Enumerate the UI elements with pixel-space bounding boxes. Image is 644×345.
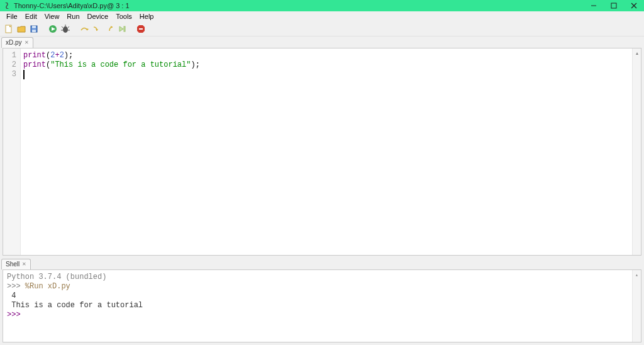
code-token: ( bbox=[46, 60, 50, 70]
shell-prompt: >>> bbox=[7, 310, 25, 319]
editor-tab[interactable]: xD.py ✕ bbox=[1, 37, 33, 48]
shell-tab-strip: Shell ✕ bbox=[0, 258, 644, 269]
menu-edit[interactable]: Edit bbox=[21, 12, 41, 21]
svg-line-11 bbox=[62, 26, 63, 28]
toolbar bbox=[0, 21, 644, 37]
shell-line: >>> %Run xD.py bbox=[7, 282, 628, 291]
shell-line: This is a code for a tutorial bbox=[7, 301, 628, 310]
code-token: ) bbox=[64, 51, 69, 60]
code-line: print(2+2); bbox=[23, 51, 630, 60]
menu-tools[interactable]: Tools bbox=[112, 12, 136, 21]
open-file-icon[interactable] bbox=[16, 24, 26, 34]
resume-icon[interactable] bbox=[117, 24, 127, 34]
step-over-icon[interactable] bbox=[79, 24, 89, 34]
menu-view[interactable]: View bbox=[41, 12, 64, 21]
code-token: ; bbox=[69, 51, 73, 60]
debug-icon[interactable] bbox=[60, 24, 70, 34]
svg-rect-1 bbox=[611, 3, 616, 8]
run-icon[interactable] bbox=[48, 24, 58, 34]
svg-rect-17 bbox=[139, 28, 143, 30]
svg-rect-15 bbox=[124, 26, 125, 31]
menu-help[interactable]: Help bbox=[136, 12, 158, 21]
editor-tab-strip: xD.py ✕ bbox=[0, 37, 644, 48]
line-number: 3 bbox=[3, 70, 20, 79]
titlebar: Thonny - C:\Users\Aditya\xD.py @ 3 : 1 bbox=[0, 0, 644, 11]
shell-banner: Python 3.7.4 (bundled) bbox=[7, 273, 106, 281]
shell-tab[interactable]: Shell ✕ bbox=[1, 259, 31, 269]
minimize-button[interactable] bbox=[584, 0, 604, 11]
shell-scrollbar[interactable]: ▴ bbox=[632, 270, 641, 342]
shell-output-area[interactable]: Python 3.7.4 (bundled)>>> %Run xD.py 4 T… bbox=[3, 270, 632, 342]
code-token: ) bbox=[191, 60, 195, 70]
code-line bbox=[23, 70, 630, 79]
text-cursor bbox=[23, 70, 25, 79]
code-token: ( bbox=[46, 51, 50, 60]
shell-output-line: 4 bbox=[7, 291, 16, 300]
shell-line: >>> bbox=[7, 310, 628, 320]
maximize-button[interactable] bbox=[604, 0, 624, 11]
code-token: 2 bbox=[50, 51, 55, 60]
code-token: "This is a code for a tutorial" bbox=[50, 60, 191, 70]
chevron-up-icon[interactable]: ▴ bbox=[633, 48, 641, 57]
code-token: ; bbox=[196, 60, 200, 70]
shell-panel[interactable]: Python 3.7.4 (bundled)>>> %Run xD.py 4 T… bbox=[3, 269, 641, 342]
close-icon[interactable]: ✕ bbox=[25, 38, 29, 47]
code-editor[interactable]: 123 print(2+2);print("This is a code for… bbox=[3, 48, 641, 256]
title-app-name: Thonny bbox=[14, 2, 37, 9]
svg-rect-7 bbox=[32, 30, 36, 32]
editor-scrollbar[interactable]: ▴ bbox=[632, 48, 641, 255]
code-token: 2 bbox=[60, 51, 64, 60]
save-icon[interactable] bbox=[29, 24, 39, 34]
shell-run-command: %Run xD.py bbox=[25, 282, 70, 291]
code-line: print("This is a code for a tutorial"); bbox=[23, 60, 630, 70]
stop-icon[interactable] bbox=[136, 24, 146, 34]
svg-point-9 bbox=[63, 26, 68, 33]
step-out-icon[interactable] bbox=[104, 24, 114, 34]
new-file-icon[interactable] bbox=[4, 24, 14, 34]
app-logo-icon bbox=[4, 3, 10, 9]
menu-device[interactable]: Device bbox=[84, 12, 113, 21]
shell-tab-label: Shell bbox=[6, 260, 19, 269]
editor-tab-label: xD.py bbox=[6, 38, 22, 47]
line-number: 2 bbox=[3, 60, 20, 70]
close-icon[interactable]: ✕ bbox=[22, 260, 26, 269]
chevron-up-icon[interactable]: ▴ bbox=[633, 270, 641, 279]
code-token: print bbox=[23, 60, 46, 70]
title-cursor-pos: @ 3 : 1 bbox=[107, 2, 130, 9]
close-button[interactable] bbox=[624, 0, 644, 11]
line-number-gutter: 123 bbox=[3, 48, 21, 255]
code-token: print bbox=[23, 51, 46, 60]
menu-file[interactable]: File bbox=[3, 12, 21, 21]
line-number: 1 bbox=[3, 51, 20, 60]
step-into-icon[interactable] bbox=[92, 24, 102, 34]
code-token: + bbox=[55, 51, 59, 60]
shell-line: Python 3.7.4 (bundled) bbox=[7, 273, 628, 282]
svg-line-12 bbox=[68, 26, 69, 28]
shell-line: 4 bbox=[7, 291, 628, 301]
title-filepath: C:\Users\Aditya\xD.py bbox=[39, 2, 107, 9]
shell-prompt: >>> bbox=[7, 282, 25, 291]
shell-output-line: This is a code for a tutorial bbox=[7, 301, 143, 310]
menubar: File Edit View Run Device Tools Help bbox=[0, 11, 644, 21]
svg-rect-6 bbox=[32, 26, 36, 28]
menu-run[interactable]: Run bbox=[63, 12, 83, 21]
code-text-area[interactable]: print(2+2);print("This is a code for a t… bbox=[21, 48, 632, 255]
